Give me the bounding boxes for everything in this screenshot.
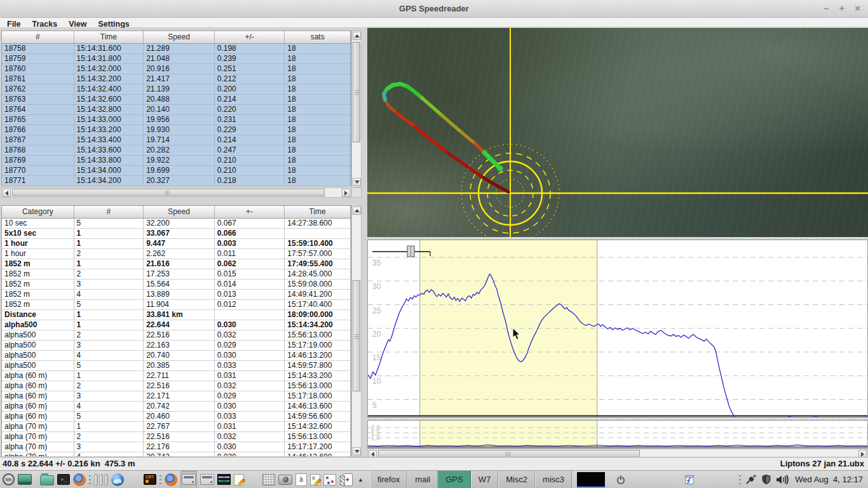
map-view[interactable] bbox=[367, 28, 868, 237]
applets-drawer-icon[interactable] bbox=[94, 472, 108, 487]
table-row[interactable]: alpha (60 m)420.7420.03014:46:13.600 bbox=[2, 402, 351, 412]
column-header-[interactable]: # bbox=[2, 31, 74, 43]
column-header-speed[interactable]: Speed bbox=[144, 206, 215, 218]
speed-chart[interactable]: 3530252015105 bbox=[367, 240, 868, 417]
volume-icon[interactable] bbox=[776, 472, 789, 487]
table-row[interactable]: 1876315:14:32.60020.4880.21418 bbox=[2, 95, 351, 105]
table-row[interactable]: alpha500122.6440.03015:14:34.200 bbox=[2, 320, 351, 330]
table-row[interactable]: alpha500420.7400.03014:46:13.200 bbox=[2, 351, 351, 361]
table-row[interactable]: alpha (60 m)520.4600.03314:59:56.600 bbox=[2, 412, 351, 422]
taskbar-window-firefox[interactable]: firefox bbox=[370, 471, 407, 488]
character-map-icon[interactable]: à bbox=[295, 472, 307, 487]
clock[interactable]: Wed Aug 4, 12:17 bbox=[795, 475, 863, 484]
stats-table-vertical-scrollbar[interactable] bbox=[351, 205, 362, 457]
connector-icon[interactable] bbox=[745, 472, 757, 487]
taskbar-window-misc2[interactable]: Misc2 bbox=[498, 471, 535, 488]
taskbar-window-w7[interactable]: W7 bbox=[471, 471, 499, 488]
taskbar-window-gps[interactable]: GPS bbox=[438, 471, 470, 488]
show-desktop-icon[interactable] bbox=[18, 472, 32, 487]
table-row[interactable]: 1877015:14:34.00019.6990.21018 bbox=[2, 166, 351, 176]
points-table-vertical-scrollbar[interactable] bbox=[351, 30, 362, 187]
column-header-time[interactable]: Time bbox=[285, 206, 351, 218]
mint-menu-icon[interactable]: lm bbox=[3, 472, 15, 487]
scroll-up-button[interactable] bbox=[353, 32, 361, 40]
points-table-horizontal-scrollbar[interactable] bbox=[1, 187, 351, 198]
close-button[interactable]: × bbox=[855, 3, 860, 13]
scrollbar-thumb[interactable] bbox=[353, 42, 360, 142]
taskbar-window-misc3[interactable]: misc3 bbox=[535, 471, 572, 488]
table-row[interactable]: Distance133.841 km18:09:00.000 bbox=[2, 310, 351, 320]
terminal-icon[interactable]: >_ bbox=[57, 472, 70, 487]
black-window-thumbnail[interactable] bbox=[577, 472, 605, 487]
column-header-sats[interactable]: sats bbox=[285, 31, 351, 43]
table-row[interactable]: 1852 m413.8890.01314:49:41.200 bbox=[2, 290, 351, 300]
table-row[interactable]: 1875815:14:31.60021.2890.19818 bbox=[2, 44, 351, 54]
scanner-icon[interactable] bbox=[180, 471, 197, 488]
table-row[interactable]: alpha500322.1630.02915:17:19.000 bbox=[2, 341, 351, 351]
table-row[interactable]: 1876415:14:32.80020.1400.22018 bbox=[2, 105, 351, 115]
table-row[interactable]: 1876115:14:32.20021.4170.21218 bbox=[2, 74, 351, 85]
notes-icon[interactable]: 9 bbox=[310, 472, 320, 487]
table-row[interactable]: 1876715:14:33.40019.7140.21418 bbox=[2, 135, 351, 146]
table-row[interactable]: 1852 m315.5640.01415:59:08.000 bbox=[2, 280, 351, 290]
table-row[interactable]: 1877115:14:34.20020.3270.21818 bbox=[2, 176, 351, 186]
table-row[interactable]: alpha (70 m)420.7420.03014:46:13.600 bbox=[2, 452, 351, 456]
time-slider[interactable] bbox=[372, 246, 430, 257]
table-row[interactable]: 1876015:14:32.00020.9160.25118 bbox=[2, 64, 351, 74]
mines-game-icon[interactable] bbox=[323, 472, 336, 487]
power-icon[interactable] bbox=[616, 472, 626, 487]
solitaire-icon[interactable]: ♥ bbox=[339, 472, 353, 487]
table-row[interactable]: alpha (70 m)222.5160.03215:56:13.000 bbox=[2, 432, 351, 442]
table-row[interactable]: 10 sec532.2000.06714:27:38.600 bbox=[2, 219, 351, 229]
table-row[interactable]: 5x10 sec133.0670.066 bbox=[2, 229, 351, 239]
maximize-button[interactable]: + bbox=[839, 3, 844, 13]
table-row[interactable]: alpha (60 m)322.1710.02915:17:18.000 bbox=[2, 391, 351, 402]
scanner-icon-2[interactable] bbox=[200, 472, 214, 487]
scrollbar-thumb[interactable] bbox=[12, 189, 325, 196]
screenshot-icon[interactable] bbox=[278, 472, 292, 487]
table-row[interactable]: alpha (60 m)122.7110.03115:14:33.200 bbox=[2, 371, 351, 381]
column-header-time[interactable]: Time bbox=[74, 31, 144, 43]
table-row[interactable]: 1876815:14:33.60020.2820.24718 bbox=[2, 146, 351, 156]
text-editor-icon[interactable] bbox=[234, 472, 244, 487]
table-row[interactable]: alpha (70 m)122.7670.03115:14:32.600 bbox=[2, 422, 351, 432]
stats-table[interactable]: Category#Speed+-Time 10 sec532.2000.0671… bbox=[1, 205, 351, 456]
table-row[interactable]: alpha (60 m)222.5160.03215:56:13.000 bbox=[2, 381, 351, 391]
scroll-down-button[interactable] bbox=[353, 447, 361, 456]
scroll-down-button[interactable] bbox=[353, 178, 361, 186]
table-row[interactable]: 1 hour22.2620.01117:57:57.000 bbox=[2, 249, 351, 259]
scroll-right-button[interactable] bbox=[342, 189, 350, 197]
table-row[interactable]: alpha500520.3850.03314:59:57.800 bbox=[2, 361, 351, 371]
file-manager-icon[interactable] bbox=[40, 472, 54, 487]
table-row[interactable]: 1852 m217.2530.01514:28:45.000 bbox=[2, 269, 351, 280]
thunderbird-icon[interactable] bbox=[111, 472, 124, 487]
collapse-arrow-icon[interactable]: ▲ bbox=[356, 477, 365, 483]
table-row[interactable]: 1876515:14:33.00019.9560.23118 bbox=[2, 115, 351, 125]
column-header-category[interactable]: Category bbox=[2, 206, 74, 218]
window-flash-icon[interactable] bbox=[685, 472, 694, 487]
title-bar[interactable]: GPS Speedreader – + × bbox=[0, 0, 868, 18]
table-row[interactable]: 1852 m121.6160.06217:49:55.400 bbox=[2, 259, 351, 269]
shield-icon[interactable] bbox=[761, 472, 771, 487]
crt-terminal-icon[interactable]: CRT bbox=[144, 472, 156, 487]
column-header-speed[interactable]: Speed bbox=[144, 31, 215, 43]
table-row[interactable]: 1852 m511.9040.01215:17:40.400 bbox=[2, 300, 351, 310]
firefox-icon[interactable] bbox=[73, 472, 86, 487]
column-header-[interactable]: # bbox=[74, 206, 144, 218]
scroll-up-button[interactable] bbox=[353, 207, 361, 215]
scroll-left-button[interactable] bbox=[3, 189, 11, 197]
scrollbar-thumb[interactable] bbox=[353, 280, 360, 391]
table-row[interactable]: 1876915:14:33.80019.9220.21018 bbox=[2, 156, 351, 166]
calculator-icon[interactable] bbox=[262, 472, 275, 487]
firefox-icon-2[interactable] bbox=[165, 472, 177, 487]
table-row[interactable]: 1 hour19.4470.00315:59:10.400 bbox=[2, 239, 351, 249]
table-row[interactable]: 1876215:14:32.40021.1390.20018 bbox=[2, 85, 351, 95]
points-table[interactable]: #TimeSpeed+/-sats 1875815:14:31.60021.28… bbox=[1, 30, 351, 186]
column-header-[interactable]: +/- bbox=[215, 31, 285, 43]
minimize-button[interactable]: – bbox=[824, 3, 829, 13]
accuracy-strip-chart[interactable]: 2.01.51.0 bbox=[367, 420, 868, 449]
table-row[interactable]: 1875915:14:31.80021.0480.23918 bbox=[2, 54, 351, 64]
table-row[interactable]: 1876615:14:33.20019.9300.22918 bbox=[2, 125, 351, 135]
system-monitor-icon[interactable] bbox=[217, 472, 231, 487]
column-header-[interactable]: +- bbox=[215, 206, 285, 218]
